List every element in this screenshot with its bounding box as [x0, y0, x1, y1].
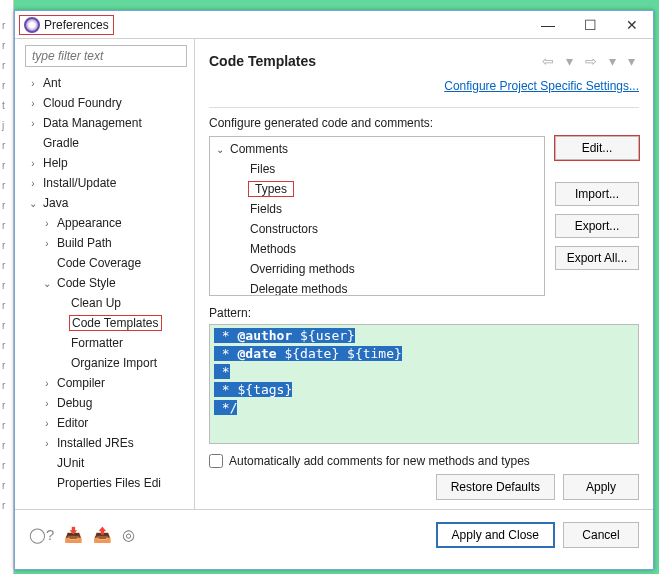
tree-item-ant[interactable]: ›Ant — [19, 73, 193, 93]
export-prefs-icon[interactable]: 📤 — [93, 526, 112, 544]
tree-item-installed-jres[interactable]: ›Installed JREs — [19, 433, 193, 453]
template-tree[interactable]: ⌄CommentsFilesTypesFieldsConstructorsMet… — [209, 136, 545, 296]
edit-button[interactable]: Edit... — [555, 136, 639, 160]
preference-tree[interactable]: ›Ant›Cloud Foundry›Data ManagementGradle… — [19, 73, 193, 509]
tree-item-debug[interactable]: ›Debug — [19, 393, 193, 413]
background-editor-strip: rrrrtjrrrrrrrrrrrrrrrrrrr — [0, 0, 14, 574]
tree-item-install-update[interactable]: ›Install/Update — [19, 173, 193, 193]
import-prefs-icon[interactable]: 📥 — [64, 526, 83, 544]
title-area: Preferences — [19, 15, 114, 35]
auto-add-label: Automatically add comments for new metho… — [229, 454, 530, 468]
tree-item-java[interactable]: ⌄Java — [19, 193, 193, 213]
maximize-button[interactable]: ☐ — [569, 11, 611, 39]
pattern-preview[interactable]: * @author ${user} * @date ${date} ${time… — [209, 324, 639, 444]
template-item-files[interactable]: Files — [210, 159, 544, 179]
tree-item-code-templates[interactable]: Code Templates — [19, 313, 193, 333]
left-pane: ›Ant›Cloud Foundry›Data ManagementGradle… — [15, 39, 195, 509]
template-item-overriding-methods[interactable]: Overriding methods — [210, 259, 544, 279]
restore-defaults-button[interactable]: Restore Defaults — [436, 474, 555, 500]
bottom-icons: ◯? 📥 📤 ◎ — [29, 526, 135, 544]
template-item-fields[interactable]: Fields — [210, 199, 544, 219]
tree-item-cloud-foundry[interactable]: ›Cloud Foundry — [19, 93, 193, 113]
window-title: Preferences — [44, 18, 109, 32]
template-item-constructors[interactable]: Constructors — [210, 219, 544, 239]
template-item-delegate-methods[interactable]: Delegate methods — [210, 279, 544, 296]
cancel-button[interactable]: Cancel — [563, 522, 639, 548]
titlebar: Preferences — ☐ ✕ — [15, 11, 653, 39]
configure-project-link[interactable]: Configure Project Specific Settings... — [209, 79, 639, 93]
tree-item-formatter[interactable]: Formatter — [19, 333, 193, 353]
template-item-comments[interactable]: ⌄Comments — [210, 139, 544, 159]
right-pane: Code Templates ⇦ ▾ ⇨ ▾ ▾ Configure Proje… — [195, 39, 653, 509]
filter-input[interactable] — [25, 45, 187, 67]
template-item-methods[interactable]: Methods — [210, 239, 544, 259]
tree-item-build-path[interactable]: ›Build Path — [19, 233, 193, 253]
tree-item-gradle[interactable]: Gradle — [19, 133, 193, 153]
apply-button[interactable]: Apply — [563, 474, 639, 500]
bottom-bar: ◯? 📥 📤 ◎ Apply and Close Cancel — [15, 509, 653, 559]
tree-item-junit[interactable]: JUnit — [19, 453, 193, 473]
tree-item-properties-files-edi[interactable]: Properties Files Edi — [19, 473, 193, 493]
oomph-icon[interactable]: ◎ — [122, 526, 135, 544]
import-button[interactable]: Import... — [555, 182, 639, 206]
preferences-dialog: Preferences — ☐ ✕ ›Ant›Cloud Foundry›Dat… — [14, 10, 654, 570]
export-button[interactable]: Export... — [555, 214, 639, 238]
window-controls: — ☐ ✕ — [527, 11, 653, 39]
tree-item-editor[interactable]: ›Editor — [19, 413, 193, 433]
nav-arrows[interactable]: ⇦ ▾ ⇨ ▾ ▾ — [542, 53, 639, 69]
close-button[interactable]: ✕ — [611, 11, 653, 39]
tree-item-code-style[interactable]: ⌄Code Style — [19, 273, 193, 293]
tree-item-clean-up[interactable]: Clean Up — [19, 293, 193, 313]
pattern-label: Pattern: — [209, 306, 639, 320]
tree-item-help[interactable]: ›Help — [19, 153, 193, 173]
tree-item-code-coverage[interactable]: Code Coverage — [19, 253, 193, 273]
help-icon[interactable]: ◯? — [29, 526, 54, 544]
eclipse-icon — [24, 17, 40, 33]
tree-item-data-management[interactable]: ›Data Management — [19, 113, 193, 133]
tree-item-compiler[interactable]: ›Compiler — [19, 373, 193, 393]
section-label: Configure generated code and comments: — [209, 116, 639, 130]
page-title: Code Templates — [209, 53, 316, 69]
apply-and-close-button[interactable]: Apply and Close — [436, 522, 555, 548]
minimize-button[interactable]: — — [527, 11, 569, 39]
export-all-button[interactable]: Export All... — [555, 246, 639, 270]
side-buttons: Edit... Import... Export... Export All..… — [555, 136, 639, 296]
tree-item-organize-import[interactable]: Organize Import — [19, 353, 193, 373]
template-item-types[interactable]: Types — [210, 179, 544, 199]
auto-add-checkbox[interactable] — [209, 454, 223, 468]
tree-item-appearance[interactable]: ›Appearance — [19, 213, 193, 233]
